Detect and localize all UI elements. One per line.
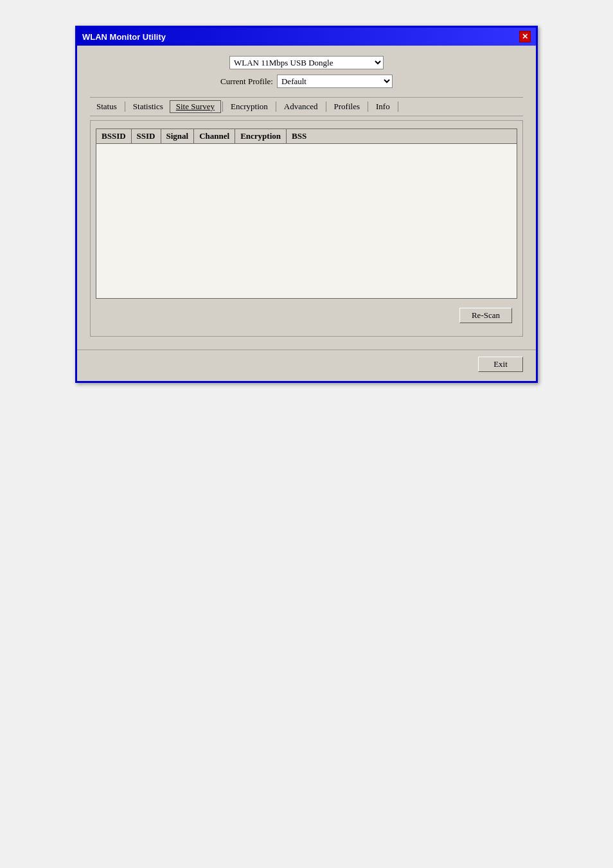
tab-advanced[interactable]: Advanced xyxy=(278,100,324,113)
content-area: BSSID SSID Signal Channel Encryption BSS… xyxy=(90,120,523,337)
tab-info[interactable]: Info xyxy=(369,100,396,113)
col-bss: BSS xyxy=(287,129,517,143)
close-button[interactable]: ✕ xyxy=(519,31,531,42)
col-encryption: Encryption xyxy=(235,129,287,143)
profile-row: Current Profile: Default xyxy=(220,75,393,88)
table-header: BSSID SSID Signal Channel Encryption BSS xyxy=(96,129,517,144)
rescan-row: Re-Scan xyxy=(96,299,517,328)
window-title: WLAN Monitor Utility xyxy=(82,32,166,42)
tabs-bar: Status Statistics Site Survey Encryption… xyxy=(90,97,523,116)
profile-select[interactable]: Default xyxy=(277,75,393,88)
col-ssid: SSID xyxy=(132,129,161,143)
top-controls: WLAN 11Mbps USB Dongle Current Profile: … xyxy=(90,56,523,88)
site-survey-table: BSSID SSID Signal Channel Encryption BSS xyxy=(96,128,517,299)
bottom-bar: Exit xyxy=(77,350,536,381)
tab-statistics[interactable]: Statistics xyxy=(127,100,170,113)
rescan-button[interactable]: Re-Scan xyxy=(459,308,512,323)
col-channel: Channel xyxy=(194,129,235,143)
tab-profiles[interactable]: Profiles xyxy=(328,100,366,113)
col-signal: Signal xyxy=(161,129,195,143)
table-body xyxy=(96,144,517,298)
tab-status[interactable]: Status xyxy=(90,100,123,113)
tab-site-survey[interactable]: Site Survey xyxy=(170,100,221,113)
window-body: WLAN 11Mbps USB Dongle Current Profile: … xyxy=(77,46,536,350)
title-bar: WLAN Monitor Utility ✕ xyxy=(77,28,536,46)
col-bssid: BSSID xyxy=(96,129,132,143)
device-select-row: WLAN 11Mbps USB Dongle xyxy=(229,56,384,69)
exit-button[interactable]: Exit xyxy=(478,357,523,372)
main-window: WLAN Monitor Utility ✕ WLAN 11Mbps USB D… xyxy=(75,26,538,383)
tab-encryption[interactable]: Encryption xyxy=(224,100,274,113)
current-profile-label: Current Profile: xyxy=(220,76,273,87)
device-select[interactable]: WLAN 11Mbps USB Dongle xyxy=(229,56,384,69)
